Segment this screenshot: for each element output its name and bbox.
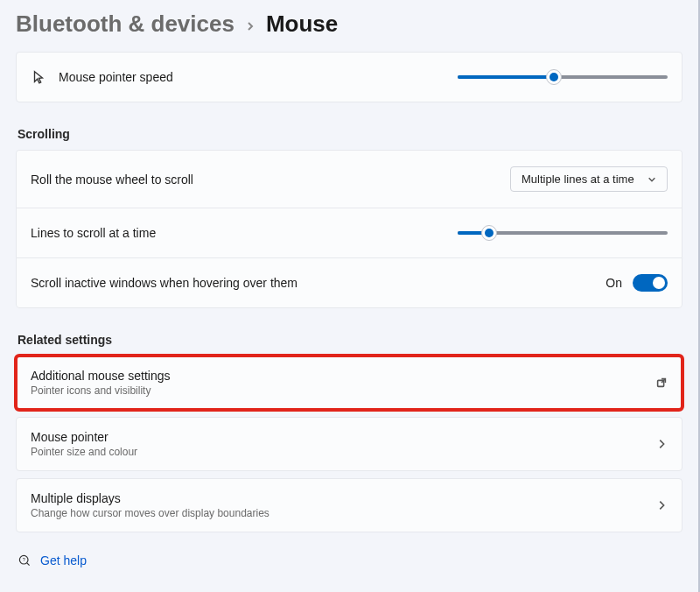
related-item-title: Additional mouse settings [31,369,643,383]
related-item-labels: Additional mouse settingsPointer icons a… [31,369,643,397]
related-item-labels: Multiple displaysChange how cursor moves… [31,491,643,519]
roll-wheel-label: Roll the mouse wheel to scroll [31,173,498,187]
scroll-inactive-label: Scroll inactive windows when hovering ov… [31,276,593,290]
related-item-subtitle: Pointer icons and visibility [31,384,643,397]
scroll-inactive-state-text: On [606,276,622,290]
svg-text:?: ? [23,557,25,562]
chevron-down-icon [648,175,656,184]
roll-wheel-row: Roll the mouse wheel to scroll Multiple … [16,150,682,208]
roll-wheel-dropdown[interactable]: Multiple lines at a time [510,166,668,192]
help-link-row: ? Get help [18,553,682,567]
scroll-inactive-row: Scroll inactive windows when hovering ov… [16,257,682,308]
chevron-right-icon [245,18,256,36]
related-item-0[interactable]: Additional mouse settingsPointer icons a… [16,356,682,410]
breadcrumb-current: Mouse [266,11,338,38]
related-item-title: Multiple displays [31,491,643,505]
cursor-icon [31,69,46,85]
chevron-right-icon [655,499,668,511]
breadcrumb-parent[interactable]: Bluetooth & devices [16,11,234,38]
related-item-labels: Mouse pointerPointer size and colour [31,430,643,458]
scroll-inactive-toggle[interactable] [633,274,668,292]
related-heading: Related settings [18,333,682,347]
related-item-1[interactable]: Mouse pointerPointer size and colour [16,417,682,471]
help-icon: ? [18,553,32,567]
pointer-speed-slider[interactable] [458,68,668,86]
related-item-2[interactable]: Multiple displaysChange how cursor moves… [16,478,682,532]
pointer-speed-row: Mouse pointer speed [16,52,682,102]
breadcrumb: Bluetooth & devices Mouse [16,11,682,38]
related-item-subtitle: Change how cursor moves over display bou… [31,507,643,519]
lines-to-scroll-label: Lines to scroll at a time [31,226,445,240]
related-item-title: Mouse pointer [31,430,643,444]
scrolling-heading: Scrolling [18,127,682,141]
chevron-right-icon [655,438,668,450]
external-link-icon [655,377,668,389]
pointer-speed-label: Mouse pointer speed [59,70,445,84]
lines-to-scroll-row: Lines to scroll at a time [16,208,682,257]
roll-wheel-selected: Multiple lines at a time [522,173,634,186]
related-item-subtitle: Pointer size and colour [31,446,643,458]
svg-line-2 [27,563,30,566]
lines-to-scroll-slider[interactable] [458,224,668,242]
get-help-link[interactable]: Get help [40,553,87,567]
scrolling-group: Roll the mouse wheel to scroll Multiple … [16,150,682,308]
